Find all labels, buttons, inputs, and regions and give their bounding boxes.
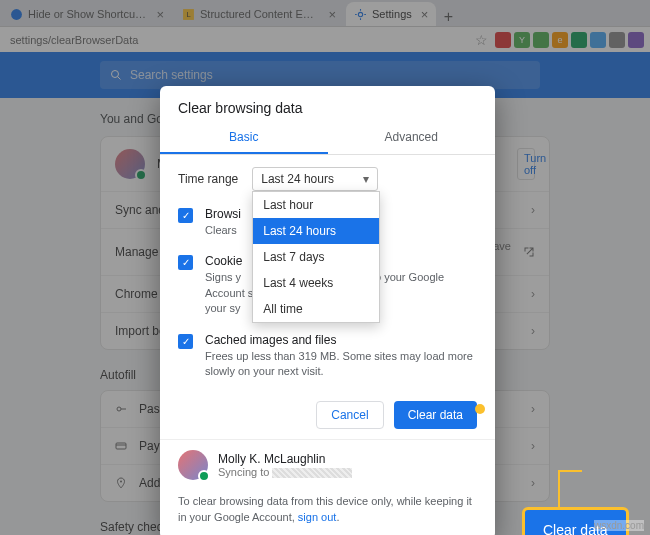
option-last-24-hours[interactable]: Last 24 hours	[253, 218, 379, 244]
footer-note: To clear browsing data from this device …	[160, 494, 495, 525]
dialog-title: Clear browsing data	[160, 86, 495, 122]
tab-advanced[interactable]: Advanced	[328, 122, 496, 154]
clear-browsing-data-dialog: Clear browsing data Basic Advanced Time …	[160, 86, 495, 535]
cached-row: ✓ Cached images and files Frees up less …	[160, 325, 495, 388]
callout-line	[559, 470, 582, 472]
item-desc: Clears	[205, 223, 241, 238]
option-all-time[interactable]: All time	[253, 296, 379, 322]
avatar-icon	[178, 450, 208, 480]
option-last-7-days[interactable]: Last 7 days	[253, 244, 379, 270]
watermark: wsxdn.com	[594, 520, 644, 531]
sign-out-link[interactable]: sign out	[298, 511, 337, 523]
redacted-email	[272, 468, 352, 478]
cancel-button[interactable]: Cancel	[316, 401, 383, 429]
checkbox-checked-icon[interactable]: ✓	[178, 334, 193, 349]
checkbox-checked-icon[interactable]: ✓	[178, 255, 193, 270]
item-desc: Frees up less than 319 MB. Some sites ma…	[205, 349, 477, 380]
time-range-dropdown: Last hour Last 24 hours Last 7 days Last…	[252, 191, 380, 323]
highlight-dot	[475, 404, 485, 414]
clear-data-button[interactable]: Clear data	[394, 401, 477, 429]
time-range-select[interactable]: Last 24 hours ▾ Last hour Last 24 hours …	[252, 167, 378, 191]
dialog-tabs: Basic Advanced	[160, 122, 495, 155]
time-range-label: Time range	[178, 172, 238, 186]
dialog-actions: Cancel Clear data	[160, 387, 495, 431]
chevron-down-icon: ▾	[363, 172, 369, 186]
tab-basic[interactable]: Basic	[160, 122, 328, 154]
option-last-4-weeks[interactable]: Last 4 weeks	[253, 270, 379, 296]
item-title: Cached images and files	[205, 333, 477, 347]
profile-name: Molly K. McLaughlin	[218, 452, 352, 466]
profile-sync-row: Molly K. McLaughlin Syncing to	[160, 439, 495, 486]
sync-status: Syncing to	[218, 466, 352, 478]
checkbox-checked-icon[interactable]: ✓	[178, 208, 193, 223]
selected-value: Last 24 hours	[261, 172, 334, 186]
time-range-row: Time range Last 24 hours ▾ Last hour Las…	[160, 155, 495, 199]
item-title: Browsi	[205, 207, 241, 221]
option-last-hour[interactable]: Last hour	[253, 192, 379, 218]
